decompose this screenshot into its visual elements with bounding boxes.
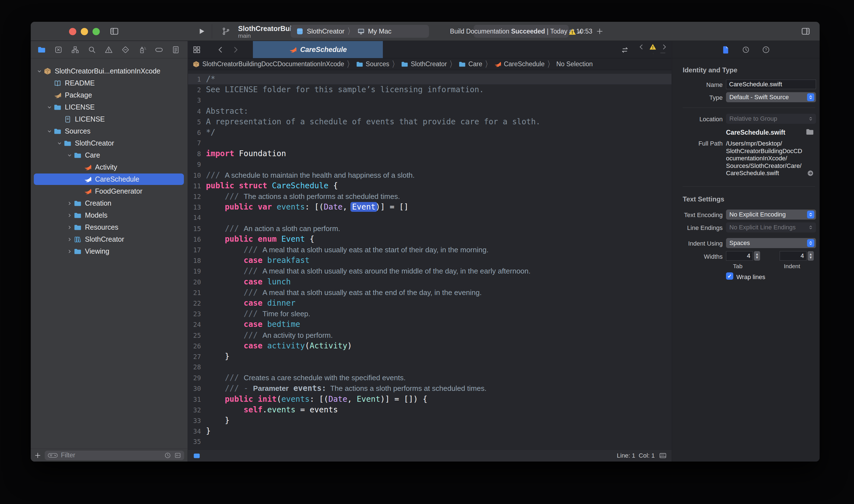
code-line-8[interactable]: 8import Foundation [188,148,672,159]
file-inspector-icon[interactable] [722,46,730,54]
close-window-button[interactable] [69,28,76,35]
debug-navigator-icon[interactable] [138,46,146,54]
tree-item-careschedule[interactable]: CareSchedule [31,173,188,185]
related-items-icon[interactable] [193,46,201,54]
code-line-14[interactable]: 14 [188,212,672,223]
code-line-19[interactable]: 19 /// A meal that a sloth usually eats … [188,266,672,276]
history-inspector-icon[interactable] [742,46,750,54]
disclosure-closed-icon[interactable] [65,249,74,254]
code-line-18[interactable]: 18 case breakfast [188,255,672,266]
code-line-4[interactable]: 4Abstract: [188,106,672,116]
line-endings-dropdown[interactable]: No Explicit Line Endings [726,222,816,232]
tree-item-care[interactable]: Care [31,149,188,161]
disclosure-closed-icon[interactable] [65,237,74,242]
code-line-15[interactable]: 15 /// An action a sloth can perform. [188,223,672,234]
location-dropdown[interactable]: Relative to Group [726,114,816,124]
go-back-icon[interactable] [217,46,225,54]
tree-item-models[interactable]: Models [31,209,188,221]
file-name-link[interactable]: CareSchedule.swift [726,129,785,136]
code-line-23[interactable]: 23 /// Time for sleep. [188,308,672,319]
tree-item-slothcreatorbui-entationinxcode[interactable]: SlothCreatorBui...entationInXcode [31,65,188,77]
filter-field[interactable]: Filter [45,451,184,460]
code-line-29[interactable]: 29 /// Creates a care schedule with the … [188,373,672,383]
code-line-3[interactable]: 3 [188,95,672,106]
tree-item-viewing[interactable]: Viewing [31,245,188,257]
disclosure-closed-icon[interactable] [65,224,74,230]
scm-status-filter-icon[interactable] [174,452,181,459]
disclosure-open-icon[interactable] [45,105,54,110]
code-line-21[interactable]: 21 /// A meal that a sloth usually eats … [188,287,672,298]
source-code-view[interactable]: 1/*2See LICENSE folder for this sample’s… [188,70,672,449]
disclosure-open-icon[interactable] [65,152,74,158]
code-line-31[interactable]: 31 public init(events: [(Date, Event)] =… [188,394,672,404]
source-control-navigator-icon[interactable] [54,46,63,54]
toggle-inspector-icon[interactable] [801,26,811,36]
code-line-17[interactable]: 17 /// A meal that a sloth usually eats … [188,245,672,255]
code-line-26[interactable]: 26 case activity(Activity) [188,341,672,351]
next-issue-icon[interactable] [661,43,668,50]
add-file-button[interactable] [34,452,41,459]
code-line-2[interactable]: 2See LICENSE folder for this sample’s li… [188,84,672,95]
code-review-icon[interactable] [621,46,629,54]
disclosure-open-icon[interactable] [35,69,43,74]
breadcrumb-item[interactable]: CareSchedule [504,60,545,68]
code-line-27[interactable]: 27 } [188,351,672,362]
warning-count-badge[interactable]: 4 [568,28,582,36]
breadcrumb-item[interactable]: No Selection [556,60,593,68]
run-button[interactable] [197,27,206,35]
activity-status[interactable]: Build Documentation Succeeded | Today at… [474,25,569,38]
code-line-22[interactable]: 22 case dinner [188,298,672,308]
tree-item-creation[interactable]: Creation [31,197,188,209]
tree-item-slothcreator[interactable]: SlothCreator [31,137,188,149]
indent-width-field[interactable]: 4 [780,251,806,261]
code-line-7[interactable]: 7 [188,138,672,148]
tab-width-field[interactable]: 4 [726,251,753,261]
code-line-11[interactable]: 11public struct CareSchedule { [188,180,672,191]
disclosure-open-icon[interactable] [55,141,64,146]
previous-issue-icon[interactable] [638,43,645,50]
code-line-25[interactable]: 25 /// An activity to perform. [188,330,672,341]
code-line-13[interactable]: 13 public var events: [(Date, Event)] = … [188,202,672,212]
text-encoding-dropdown[interactable]: No Explicit Encoding [726,210,816,220]
breadcrumb-item[interactable]: Sources [366,60,389,68]
breadcrumb-item[interactable]: SlothCreatorBuildingDocCDocumentationInX… [202,60,344,68]
code-line-20[interactable]: 20 case lunch [188,276,672,287]
code-line-5[interactable]: 5A representation of a schedule of event… [188,116,672,127]
code-line-28[interactable]: 28 [188,362,672,373]
report-navigator-icon[interactable] [172,46,180,54]
issue-warning-icon[interactable] [649,43,656,51]
code-line-32[interactable]: 32 self.events = events [188,404,672,415]
code-line-34[interactable]: 34} [188,426,672,436]
zoom-window-button[interactable] [92,28,100,35]
wrap-lines-checkbox[interactable]: ✓ [726,272,733,280]
toggle-navigator-icon[interactable] [109,26,119,36]
breadcrumb-item[interactable]: SlothCreator [411,60,447,68]
tree-item-package[interactable]: Package [31,89,188,101]
disclosure-closed-icon[interactable] [65,201,74,206]
reveal-folder-icon[interactable] [806,128,814,136]
library-add-button[interactable] [596,28,604,35]
filter-options-icon[interactable] [48,452,58,459]
tree-item-license[interactable]: LICENSE [31,101,188,113]
scheme-selector[interactable]: SlothCreator 〉 My Mac [291,25,429,38]
type-dropdown[interactable]: Default - Swift Source [726,92,816,102]
name-field[interactable]: CareSchedule.swift [726,79,816,89]
find-navigator-icon[interactable] [88,46,96,54]
tree-item-sources[interactable]: Sources [31,125,188,137]
indent-width-stepper[interactable]: ▲▼ [807,251,814,261]
tab-careschedule[interactable]: CareSchedule [253,41,383,58]
go-forward-icon[interactable] [232,46,239,54]
tree-item-readme[interactable]: README [31,77,188,89]
code-line-10[interactable]: 10/// A schedule to maintain the health … [188,170,672,180]
code-line-33[interactable]: 33 } [188,415,672,426]
code-line-6[interactable]: 6*/ [188,127,672,138]
project-navigator-icon[interactable] [37,46,46,54]
tree-item-slothcreator[interactable]: SlothCreator [31,233,188,245]
code-line-30[interactable]: 30 /// - Parameter events: The actions a… [188,383,672,394]
tree-item-license[interactable]: LICENSE [31,113,188,125]
disclosure-open-icon[interactable] [45,128,54,134]
quick-help-inspector-icon[interactable] [762,46,770,54]
recent-files-clock-icon[interactable] [164,452,171,459]
test-navigator-icon[interactable] [121,46,130,54]
code-block-indicator-icon[interactable] [193,451,201,460]
